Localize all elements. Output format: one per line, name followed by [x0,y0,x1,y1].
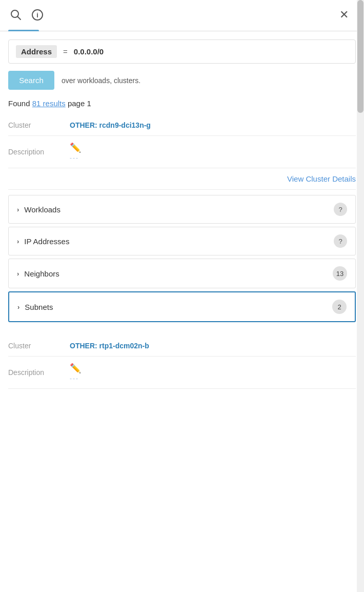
cluster-value-1[interactable]: OTHER: rcdn9-dci13n-g [70,121,151,129]
ip-addresses-chevron: › [17,238,19,245]
cluster-row-2: Cluster OTHER: rtp1-dcm02n-b [8,336,356,357]
ip-addresses-badge: ? [334,234,347,248]
neighbors-badge: 13 [333,266,347,281]
neighbors-chevron: › [17,270,19,278]
ip-addresses-label: IP Addresses [24,237,329,246]
filter-row: Address = 0.0.0.0/0 [8,40,356,64]
workloads-header[interactable]: › Workloads ? [9,195,355,223]
svg-text:i: i [36,11,38,19]
workloads-label: Workloads [24,205,329,214]
neighbors-section: › Neighbors 13 [8,259,356,288]
cluster-row-1: Cluster OTHER: rcdn9-dci13n-g [8,115,356,136]
neighbors-label: Neighbors [24,269,328,278]
search-icon[interactable] [8,7,24,23]
info-icon[interactable]: i [30,7,45,23]
search-button[interactable]: Search [8,71,54,90]
edit-dashes-2: --- [70,375,79,382]
ip-addresses-header[interactable]: › IP Addresses ? [9,227,355,255]
description-label-2: Description [8,368,70,377]
description-label-1: Description [8,148,70,156]
subnets-section: › Subnets 2 [8,291,356,322]
description-edit-1: ✏️ --- [70,142,81,162]
cluster-card-1: Cluster OTHER: rcdn9-dci13n-g Descriptio… [0,115,364,190]
search-description: over workloads, clusters. [62,76,140,85]
cluster-value-2[interactable]: OTHER: rtp1-dcm02n-b [70,342,149,350]
toolbar: i ✕ [0,0,364,30]
edit-dashes-1: --- [70,154,79,162]
subnets-badge: 2 [332,300,347,314]
cluster-label-2: Cluster [8,342,70,350]
subnets-label: Subnets [25,303,327,311]
description-row-2: Description ✏️ --- [8,357,356,389]
filter-value: 0.0.0.0/0 [74,47,104,56]
cluster-card-2: Cluster OTHER: rtp1-dcm02n-b Description… [0,336,364,389]
results-line: Found 81 results page 1 [8,99,356,108]
subnets-header[interactable]: › Subnets 2 [9,292,355,321]
edit-icon-1[interactable]: ✏️ [70,142,81,153]
svg-line-1 [18,17,21,20]
neighbors-header[interactable]: › Neighbors 13 [9,259,355,288]
view-details-row-1: View Cluster Details [8,168,356,190]
filter-label: Address [16,45,57,58]
ip-addresses-section: › IP Addresses ? [8,227,356,255]
tab-bar [0,30,364,31]
scrollbar[interactable] [357,0,364,592]
close-icon[interactable]: ✕ [336,7,352,23]
results-suffix: page 1 [68,99,91,108]
sections-container: › Workloads ? › IP Addresses ? › Neighbo… [0,195,364,325]
description-edit-2: ✏️ --- [70,363,81,382]
cluster-label-1: Cluster [8,121,70,129]
subnets-chevron: › [17,303,19,311]
search-row: Search over workloads, clusters. [8,71,356,90]
results-count-link[interactable]: 81 results [32,99,66,108]
workloads-chevron: › [17,206,19,213]
workloads-section: › Workloads ? [8,195,356,224]
workloads-badge: ? [334,203,347,216]
results-prefix: Found [8,99,30,108]
tab-active-indicator [8,30,39,31]
edit-icon-2[interactable]: ✏️ [70,363,81,374]
description-row-1: Description ✏️ --- [8,136,356,168]
filter-operator: = [63,47,68,56]
view-cluster-details-link-1[interactable]: View Cluster Details [287,174,356,183]
